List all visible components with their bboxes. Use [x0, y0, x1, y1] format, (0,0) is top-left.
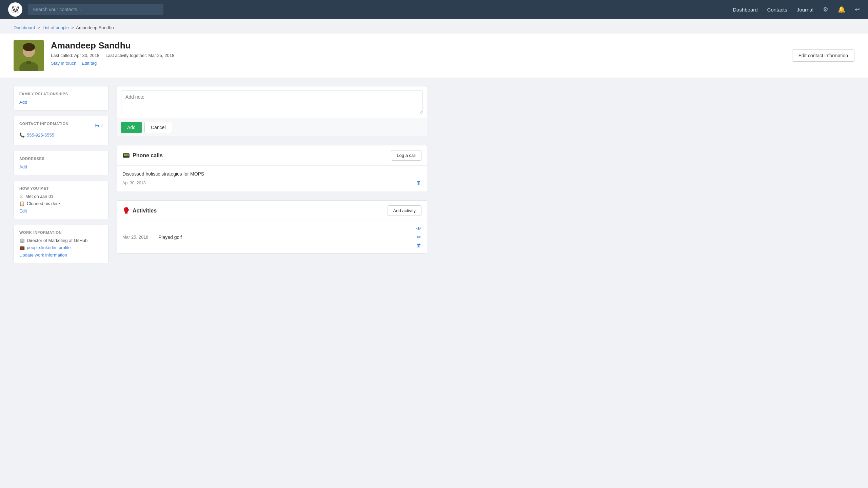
met-date-item: ⚔ Met on Jan 01 — [19, 194, 103, 199]
contact-actions: Stay in touch Edit tag — [51, 61, 792, 66]
activity-delete-icon[interactable]: 🗑 — [416, 242, 421, 248]
work-section: WORK INFORMATION 🏢 Director of Marketing… — [14, 225, 108, 263]
contact-header: Amandeep Sandhu Last called: Apr 30, 201… — [0, 34, 868, 78]
note-actions: Add Cancel — [117, 118, 427, 137]
activity-edit-icon[interactable]: ✏ — [417, 234, 421, 240]
nav-journal[interactable]: Journal — [797, 7, 813, 13]
activities-label: Activities — [133, 208, 157, 214]
note-cancel-button[interactable]: Cancel — [144, 122, 172, 133]
breadcrumb-current: Amandeep Sandhu — [76, 25, 114, 30]
contact-info-section: CONTACT INFORMATION Edit 📞 555-925-5555 — [14, 116, 108, 145]
edit-tag-link[interactable]: Edit tag — [82, 61, 97, 66]
activity-actions: 👁 ✏ 🗑 — [416, 226, 421, 248]
logo: 🐼 — [8, 2, 22, 17]
search-input[interactable] — [28, 4, 163, 15]
svg-rect-4 — [26, 61, 31, 64]
building-icon: 🏢 — [19, 238, 25, 243]
linkedin-item: 💼 people.linkedin_profile — [19, 245, 103, 250]
last-activity: Last activity together: Mar 25, 2018 — [105, 53, 174, 58]
note-icon: 📋 — [19, 201, 25, 206]
activity-entry: Mar 25, 2018 Played golf 👁 ✏ 🗑 — [117, 221, 427, 253]
work-job-item: 🏢 Director of Marketing at GitHub — [19, 238, 103, 243]
activity-text: Played golf — [158, 235, 411, 240]
notification-icon[interactable]: 🔔 — [838, 6, 845, 13]
linkedin-link[interactable]: people.linkedin_profile — [27, 245, 71, 250]
linkedin-icon: 💼 — [19, 245, 25, 250]
phone-link[interactable]: 555-925-5555 — [27, 133, 54, 138]
activities-card: 🥊 Activities Add activity Mar 25, 2018 P… — [117, 200, 427, 254]
phone-calls-title: 📟 Phone calls — [122, 152, 163, 159]
addresses-section: ADDRESSES Add — [14, 151, 108, 175]
met-note-item: 📋 Cleaned his desk — [19, 201, 103, 206]
breadcrumb-dashboard[interactable]: Dashboard — [14, 25, 35, 30]
contact-info: Amandeep Sandhu Last called: Apr 30, 201… — [51, 40, 792, 66]
met-date: Met on Jan 01 — [25, 194, 53, 199]
work-title: WORK INFORMATION — [19, 230, 103, 235]
addresses-add-link[interactable]: Add — [19, 164, 27, 169]
call-entry: Discussed holistic strategies for MOPS A… — [117, 166, 427, 192]
activity-date: Mar 25, 2018 — [122, 235, 153, 240]
add-activity-button[interactable]: Add activity — [388, 205, 421, 216]
main-content: Add Cancel 📟 Phone calls Log a call Disc… — [117, 86, 427, 263]
settings-icon[interactable]: ⚙ — [823, 6, 828, 13]
nav-links: Dashboard Contacts Journal ⚙ 🔔 ↩ — [733, 6, 860, 13]
contact-meta: Last called: Apr 30, 2018 Last activity … — [51, 53, 792, 58]
nav-contacts[interactable]: Contacts — [767, 7, 787, 13]
contact-info-edit-link[interactable]: Edit — [95, 123, 103, 128]
call-entries: Discussed holistic strategies for MOPS A… — [117, 166, 427, 192]
logout-icon[interactable]: ↩ — [855, 6, 860, 13]
log-call-button[interactable]: Log a call — [391, 150, 421, 161]
note-add-button[interactable]: Add — [121, 122, 142, 133]
addresses-title: ADDRESSES — [19, 157, 103, 161]
activity-entries: Mar 25, 2018 Played golf 👁 ✏ 🗑 — [117, 221, 427, 253]
call-footer: Apr 30, 2018 🗑 — [122, 180, 421, 186]
family-title: FAMILY RELATIONSHIPS — [19, 92, 103, 96]
phone-calls-header: 📟 Phone calls Log a call — [117, 145, 427, 166]
met-icon: ⚔ — [19, 194, 23, 199]
note-textarea[interactable] — [121, 90, 423, 114]
phone-icon: 📞 — [19, 133, 25, 138]
edit-contact-button[interactable]: Edit contact information — [792, 49, 854, 62]
main-layout: FAMILY RELATIONSHIPS Add CONTACT INFORMA… — [0, 78, 441, 271]
work-job: Director of Marketing at GitHub — [27, 238, 87, 243]
family-section: FAMILY RELATIONSHIPS Add — [14, 86, 108, 110]
call-text: Discussed holistic strategies for MOPS — [122, 171, 421, 177]
family-add-link[interactable]: Add — [19, 100, 27, 105]
phone-calls-card: 📟 Phone calls Log a call Discussed holis… — [117, 145, 427, 192]
contact-name: Amandeep Sandhu — [51, 40, 792, 51]
note-box: Add Cancel — [117, 86, 427, 137]
phone-calls-label: Phone calls — [133, 152, 163, 159]
how-you-met-edit-link[interactable]: Edit — [19, 208, 27, 214]
activity-view-icon[interactable]: 👁 — [416, 226, 421, 232]
last-called: Last called: Apr 30, 2018 — [51, 53, 99, 58]
avatar-image — [14, 40, 44, 71]
activities-header: 🥊 Activities Add activity — [117, 201, 427, 221]
svg-point-2 — [23, 43, 35, 51]
logo-icon: 🐼 — [11, 5, 20, 14]
phone-item: 📞 555-925-5555 — [19, 133, 103, 138]
activities-icon: 🥊 — [122, 207, 130, 215]
sidebar: FAMILY RELATIONSHIPS Add CONTACT INFORMA… — [14, 86, 108, 263]
avatar — [14, 40, 44, 71]
phone-calls-icon: 📟 — [122, 152, 130, 159]
navigation: 🐼 Dashboard Contacts Journal ⚙ 🔔 ↩ — [0, 0, 868, 19]
how-you-met-title: HOW YOU MET — [19, 186, 103, 190]
update-work-link[interactable]: Update work information — [19, 252, 67, 258]
how-you-met-section: HOW YOU MET ⚔ Met on Jan 01 📋 Cleaned hi… — [14, 181, 108, 219]
stay-in-touch-link[interactable]: Stay in touch — [51, 61, 76, 66]
breadcrumb-list[interactable]: List of people — [43, 25, 69, 30]
contact-info-header: CONTACT INFORMATION Edit — [19, 122, 103, 129]
nav-dashboard[interactable]: Dashboard — [733, 7, 757, 13]
met-note: Cleaned his desk — [27, 201, 61, 206]
contact-info-title: CONTACT INFORMATION — [19, 122, 68, 126]
call-delete-icon[interactable]: 🗑 — [416, 180, 421, 186]
breadcrumb: Dashboard > List of people > Amandeep Sa… — [0, 19, 868, 34]
activities-title: 🥊 Activities — [122, 207, 157, 215]
call-date: Apr 30, 2018 — [122, 181, 146, 185]
